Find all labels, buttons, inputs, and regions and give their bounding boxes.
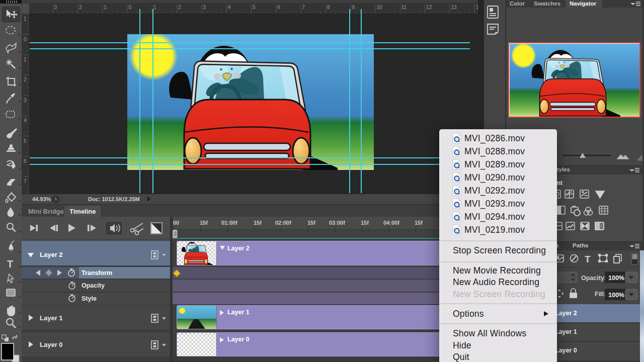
- svg-text:6: 6: [24, 158, 27, 164]
- svg-text:2: 2: [24, 77, 27, 82]
- svg-text:9: 9: [352, 5, 355, 10]
- svg-text:1: 1: [104, 5, 107, 10]
- svg-text:3: 3: [24, 98, 27, 103]
- svg-text:0: 0: [129, 5, 132, 10]
- svg-text:0: 0: [24, 37, 27, 42]
- svg-text:5: 5: [253, 5, 256, 10]
- svg-text:2: 2: [79, 5, 82, 10]
- svg-text:3: 3: [203, 5, 206, 10]
- svg-text:T: T: [585, 254, 591, 264]
- svg-text:4: 4: [228, 5, 231, 10]
- svg-text:6: 6: [277, 5, 280, 10]
- svg-text:100%: 100%: [608, 292, 624, 299]
- svg-text:11: 11: [401, 5, 407, 10]
- svg-text:5: 5: [24, 138, 27, 144]
- svg-text:4: 4: [24, 118, 27, 123]
- svg-text:12: 12: [426, 5, 432, 10]
- svg-text:1: 1: [24, 57, 27, 62]
- svg-text:10: 10: [377, 5, 383, 10]
- svg-text:T: T: [7, 258, 13, 269]
- svg-text:Opacity:: Opacity:: [581, 275, 606, 282]
- svg-text:100%: 100%: [608, 275, 624, 282]
- svg-text:13: 13: [451, 5, 457, 10]
- svg-text:2: 2: [178, 5, 181, 10]
- svg-text:7: 7: [24, 178, 27, 184]
- svg-text:Fill:: Fill:: [595, 291, 606, 298]
- svg-text:3: 3: [54, 5, 57, 10]
- svg-text:1: 1: [24, 16, 27, 22]
- svg-text:8: 8: [327, 5, 330, 10]
- svg-text:1: 1: [153, 5, 156, 10]
- svg-text:7: 7: [302, 5, 305, 10]
